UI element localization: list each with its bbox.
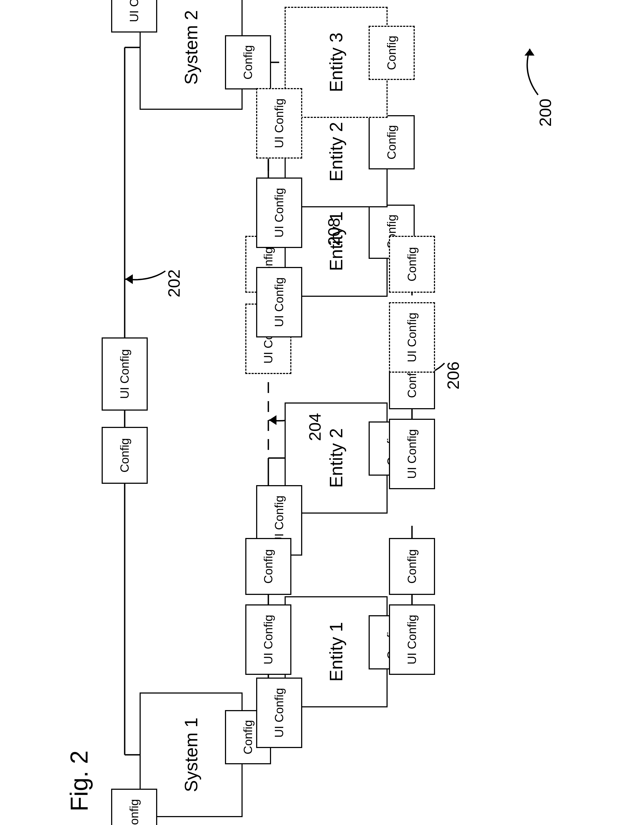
svg-marker-25 [269,415,276,425]
sys2-entity-1-ui-config: UI Config [256,267,302,337]
system-2-label: System 2 [181,10,201,85]
figure-caption: Fig. 2 [65,751,93,811]
svg-marker-24 [125,274,133,284]
ref-208: 208 [324,218,343,246]
ref-206: 206 [443,362,463,389]
sys2-entity-3-ui-config: UI Config [256,88,302,159]
sys2-entity-3-config: Config [369,26,415,80]
system-2-ui-config: UI Config [111,0,157,32]
sys1-branch-config: Config [245,538,291,595]
entity-2-label: Entity 2 [326,428,346,488]
ui-config-label: UI Config [272,277,286,327]
ui-config-label: UI Config [261,615,275,664]
ref-200: 200 [536,99,555,127]
sys1-subbranch-ui-config: UI Config [389,604,435,675]
ui-config-label: UI Config [127,0,141,22]
config-label: Config [241,45,255,79]
sys2-entity-2-ui-config: UI Config [256,178,302,248]
config-label: Config [118,438,131,473]
ui-config-label: UI Config [272,688,286,737]
ui-config-label: UI Config [405,429,419,479]
ui-config-label: UI Config [405,312,419,362]
entity-1-label: Entity 1 [326,622,346,681]
ref-204: 204 [305,413,324,441]
diagram-canvas: System 1 UI Config Config System 2 UI Co… [0,0,644,825]
sys1-entity-1-ui-config: UI Config [256,678,302,748]
ui-config-label: UI Config [272,188,286,238]
entity-3-label: Entity 3 [326,32,346,92]
sys1-subbranch-ui-config-2: UI Config [389,419,435,489]
subbranch-config-dashed: Config [389,236,435,293]
system-1-ui-config: UI Config [111,789,157,825]
ui-config-label: UI Config [272,98,286,148]
ref-202: 202 [164,269,184,297]
config-label: Config [241,720,255,754]
config-label: Config [261,549,275,584]
ui-config-label: UI Config [118,349,131,399]
sys1-branch-ui-config: UI Config [245,604,291,675]
config-label: Config [385,125,398,159]
ui-config-label: UI Config [405,615,419,664]
ui-config-label: UI Config [127,799,141,825]
sys2-entity-2-config: Config [369,115,415,169]
system-2-config: Config [225,35,271,90]
config-label: Config [405,549,419,584]
backbone-config: Config [102,427,148,484]
entity-2-label: Entity 2 [326,122,346,182]
config-label: Config [385,36,398,70]
sys1-subbranch-config: Config [389,538,435,595]
backbone-ui-config: UI Config [102,337,148,411]
subbranch-ui-config-dashed: UI Config [389,302,435,373]
config-label: Config [405,247,419,281]
system-1-label: System 1 [181,717,201,792]
svg-marker-23 [525,49,534,56]
